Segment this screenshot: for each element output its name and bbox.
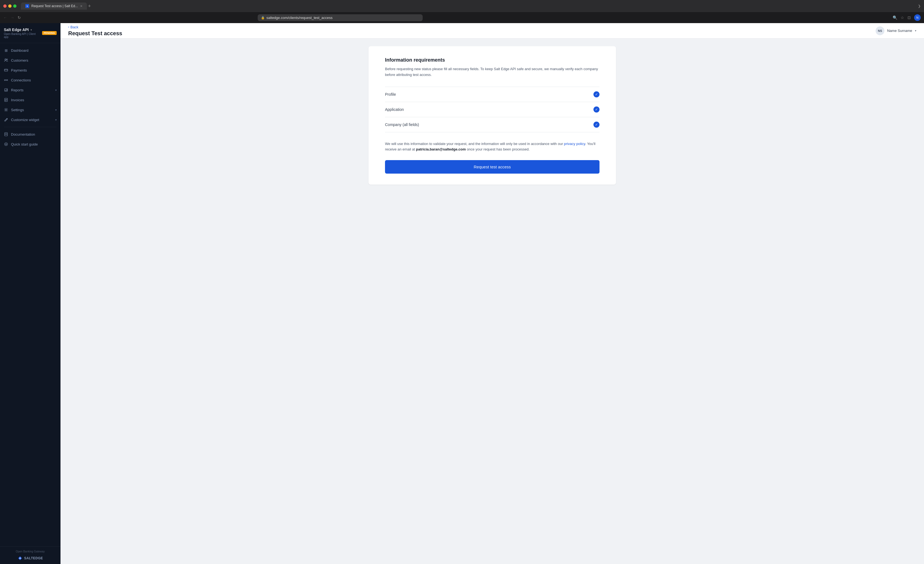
footer-text: Open Banking Gateway: [4, 550, 57, 553]
tab-favicon: S: [25, 4, 29, 8]
request-test-access-button[interactable]: Request test access: [385, 160, 600, 174]
traffic-lights: [3, 5, 16, 8]
sidebar-item-customize-widget[interactable]: Customize widget ▾: [0, 115, 60, 125]
browser-chrome: S Request Test access | Salt Ed... ✕ + ❯: [0, 0, 924, 12]
reports-chevron-icon: ▾: [55, 89, 57, 92]
requirement-label-company: Company (all fields): [385, 122, 419, 127]
forward-nav-button[interactable]: →: [10, 15, 14, 20]
company-check-icon: ✓: [594, 122, 600, 128]
reload-button[interactable]: ↻: [18, 15, 21, 20]
sidebar-item-label: Settings: [11, 108, 24, 112]
user-name: Name Surname: [887, 29, 912, 33]
info-description: Before requesting new status please fill…: [385, 66, 600, 78]
sidebar-item-label: Customers: [11, 58, 28, 62]
requirement-item-company: Company (all fields) ✓: [385, 117, 600, 132]
page-title: Request Test access: [68, 30, 122, 37]
sidebar-item-label: Invoices: [11, 98, 24, 102]
sidebar-item-label: Reports: [11, 88, 24, 92]
back-nav-button[interactable]: ←: [3, 15, 7, 20]
svg-point-3: [7, 59, 8, 60]
tab-title: Request Test access | Salt Ed...: [32, 4, 78, 8]
header-right: NS Name Surname ▾: [876, 26, 916, 35]
requirements-list: Profile ✓ Application ✓ Company (all fie…: [385, 87, 600, 132]
tabs-chevron-icon[interactable]: ❯: [918, 4, 921, 8]
sidebar-item-customers[interactable]: Customers: [0, 55, 60, 65]
address-bar: ← → ↻ 🔒 saltedge.com/clients/request_tes…: [0, 12, 924, 23]
url-bar[interactable]: 🔒 saltedge.com/clients/request_test_acce…: [258, 14, 423, 21]
minimize-button[interactable]: [8, 5, 12, 8]
main-content: ‹ Back Request Test access NS Name Surna…: [60, 23, 924, 564]
svg-point-6: [7, 80, 8, 81]
payments-icon: [4, 68, 8, 72]
customize-widget-icon: [4, 117, 8, 122]
sidebar-item-payments[interactable]: Payments: [0, 65, 60, 75]
sidebar-item-documentation[interactable]: Documentation: [0, 129, 60, 139]
application-check-icon: ✓: [594, 107, 600, 113]
svg-text:S: S: [27, 5, 28, 7]
brand-selector[interactable]: Salt Edge API ▾ Open Banking API | Clien…: [4, 27, 57, 39]
email-address: patricia.baran@saltedge.com: [416, 147, 466, 151]
search-icon[interactable]: 🔍: [892, 15, 897, 20]
requirement-item-profile: Profile ✓: [385, 87, 600, 102]
sidebar-item-quick-start-guide[interactable]: Quick start guide: [0, 139, 60, 149]
bookmark-icon[interactable]: ☆: [901, 15, 904, 20]
quick-start-guide-icon: [4, 142, 8, 146]
svg-point-9: [6, 109, 7, 111]
pending-badge: Pending: [42, 31, 57, 35]
header-left: ‹ Back Request Test access: [68, 25, 122, 37]
note-text-before-link: We will use this information to validate…: [385, 142, 564, 146]
user-dropdown-icon[interactable]: ▾: [915, 29, 916, 32]
svg-point-5: [4, 80, 6, 81]
back-chevron-icon: ‹: [68, 25, 69, 29]
new-tab-button[interactable]: +: [88, 3, 91, 9]
lock-icon: 🔒: [261, 16, 265, 20]
sidebar-item-reports[interactable]: Reports ▾: [0, 85, 60, 95]
saltedge-logo-icon: [18, 556, 22, 561]
saltedge-logo-text: SALTEDGE: [24, 556, 43, 560]
requirement-item-application: Application ✓: [385, 102, 600, 117]
sidebar-footer: Open Banking Gateway SALTEDGE: [0, 546, 60, 564]
brand-subtitle: Open Banking API | Client app: [4, 33, 40, 39]
info-title: Information requirements: [385, 57, 600, 63]
tab-close-icon[interactable]: ✕: [80, 5, 82, 8]
sidebar-item-dashboard[interactable]: ⊞ Dashboard: [0, 45, 60, 55]
svg-rect-4: [4, 69, 8, 71]
customize-widget-chevron-icon: ▾: [55, 118, 57, 121]
chrome-user-avatar[interactable]: N: [914, 14, 921, 21]
profile-check-icon: ✓: [594, 91, 600, 98]
customers-icon: [4, 58, 8, 62]
fullscreen-button[interactable]: [13, 5, 16, 8]
user-avatar: NS: [876, 26, 884, 35]
app-layout: Salt Edge API ▾ Open Banking API | Clien…: [0, 23, 924, 564]
sidebar-item-label: Payments: [11, 68, 27, 72]
sidebar-item-settings[interactable]: Settings ▾: [0, 105, 60, 115]
main-header: ‹ Back Request Test access NS Name Surna…: [60, 23, 924, 39]
settings-icon: [4, 108, 8, 112]
sidebar-nav: ⊞ Dashboard Customers Payments Connecti: [0, 43, 60, 546]
close-button[interactable]: [3, 5, 7, 8]
brand-name: Salt Edge API: [4, 27, 29, 32]
sidebar-item-label: Connections: [11, 78, 31, 82]
sidebar: Salt Edge API ▾ Open Banking API | Clien…: [0, 23, 60, 564]
address-actions: 🔍 ☆ ⊡ N: [892, 14, 921, 21]
sidebar-item-invoices[interactable]: Invoices: [0, 95, 60, 105]
content-card: Information requirements Before requesti…: [369, 46, 616, 185]
settings-chevron-icon: ▾: [55, 108, 57, 111]
url-text: saltedge.com/clients/request_test_access: [267, 16, 333, 20]
note-text-end: once your request has been processed.: [466, 147, 530, 151]
tab-bar: S Request Test access | Salt Ed... ✕ + ❯: [21, 3, 921, 10]
requirement-label-application: Application: [385, 107, 404, 112]
sidebar-item-label: Documentation: [11, 132, 35, 137]
sidebar-item-label: Quick start guide: [11, 142, 38, 146]
extensions-icon[interactable]: ⊡: [908, 15, 911, 20]
requirement-label-profile: Profile: [385, 92, 396, 96]
info-note: We will use this information to validate…: [385, 141, 600, 153]
back-link[interactable]: ‹ Back: [68, 25, 122, 29]
invoices-icon: [4, 98, 8, 102]
sidebar-item-connections[interactable]: Connections: [0, 75, 60, 85]
svg-point-12: [6, 144, 7, 145]
active-tab[interactable]: S Request Test access | Salt Ed... ✕: [21, 3, 87, 10]
sidebar-header: Salt Edge API ▾ Open Banking API | Clien…: [0, 23, 60, 43]
sidebar-item-label: Dashboard: [11, 48, 28, 53]
privacy-policy-link[interactable]: privacy policy: [564, 142, 585, 146]
